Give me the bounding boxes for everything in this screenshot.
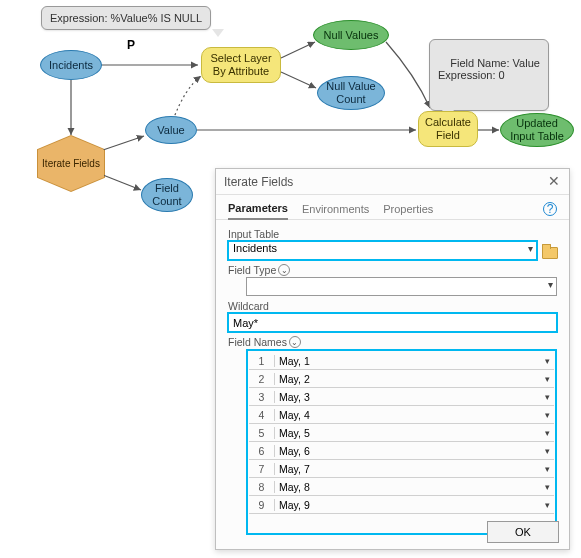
node-label: Iterate Fields bbox=[42, 158, 100, 169]
row-index: 8 bbox=[249, 481, 275, 493]
row-value[interactable]: May, 4 bbox=[275, 409, 554, 421]
row-value[interactable]: May, 2 bbox=[275, 373, 554, 385]
wildcard-label: Wildcard bbox=[228, 300, 557, 312]
parameter-p-label: P bbox=[127, 38, 135, 52]
node-incidents[interactable]: Incidents bbox=[40, 50, 102, 80]
iterate-fields-dialog: Iterate Fields ✕ Parameters Environments… bbox=[215, 168, 570, 550]
svg-line-4 bbox=[281, 42, 315, 58]
input-table-combo[interactable]: Incidents bbox=[228, 241, 537, 260]
node-updated-input-table[interactable]: Updated Input Table bbox=[500, 113, 574, 147]
expression-callout: Expression: %Value% IS NULL bbox=[41, 6, 211, 30]
field-type-label-text: Field Type bbox=[228, 264, 276, 276]
dialog-body: Input Table Incidents Field Type ⌄ bbox=[216, 220, 569, 543]
callout-tail bbox=[212, 29, 224, 37]
node-label: Field Count bbox=[152, 182, 181, 207]
row-value[interactable]: May, 1 bbox=[275, 355, 554, 367]
table-row[interactable]: 2May, 2 bbox=[249, 370, 554, 388]
node-label: Calculate Field bbox=[425, 116, 471, 141]
dialog-title-text: Iterate Fields bbox=[224, 175, 293, 189]
browse-folder-icon[interactable] bbox=[541, 243, 557, 259]
chevron-down-icon[interactable]: ⌄ bbox=[278, 264, 290, 276]
node-label: Updated Input Table bbox=[510, 117, 564, 142]
table-row[interactable]: 5May, 5 bbox=[249, 424, 554, 442]
table-row[interactable]: 8May, 8 bbox=[249, 478, 554, 496]
row-value[interactable]: May, 5 bbox=[275, 427, 554, 439]
node-iterate-fields[interactable]: Iterate Fields bbox=[38, 136, 104, 191]
svg-line-2 bbox=[103, 136, 144, 150]
node-label: Select Layer By Attribute bbox=[210, 52, 271, 77]
dialog-tabs: Parameters Environments Properties ? bbox=[216, 195, 569, 220]
table-row[interactable]: 4May, 4 bbox=[249, 406, 554, 424]
table-row[interactable]: 9May, 9 bbox=[249, 496, 554, 514]
row-index: 3 bbox=[249, 391, 275, 403]
row-index: 7 bbox=[249, 463, 275, 475]
row-value[interactable]: May, 8 bbox=[275, 481, 554, 493]
node-label: Value bbox=[157, 124, 184, 137]
table-row[interactable]: 3May, 3 bbox=[249, 388, 554, 406]
node-label: Incidents bbox=[49, 59, 93, 72]
row-value[interactable]: May, 7 bbox=[275, 463, 554, 475]
row-index: 6 bbox=[249, 445, 275, 457]
input-table-value: Incidents bbox=[233, 242, 277, 254]
node-field-count[interactable]: Field Count bbox=[141, 178, 193, 212]
help-icon[interactable]: ? bbox=[543, 202, 557, 216]
svg-line-3 bbox=[103, 175, 141, 190]
ok-button[interactable]: OK bbox=[487, 521, 559, 543]
svg-line-5 bbox=[281, 72, 316, 88]
close-icon[interactable]: ✕ bbox=[545, 172, 563, 190]
row-value[interactable]: May, 3 bbox=[275, 391, 554, 403]
row-index: 5 bbox=[249, 427, 275, 439]
expression-callout-text: Expression: %Value% IS NULL bbox=[50, 12, 202, 24]
node-label: Null Value Count bbox=[326, 80, 375, 105]
tab-properties[interactable]: Properties bbox=[383, 199, 433, 219]
row-index: 2 bbox=[249, 373, 275, 385]
table-row[interactable]: 6May, 6 bbox=[249, 442, 554, 460]
fieldname-callout-text: Field Name: Value Expression: 0 bbox=[438, 57, 540, 81]
node-select-layer[interactable]: Select Layer By Attribute bbox=[201, 47, 281, 83]
row-index: 1 bbox=[249, 355, 275, 367]
fieldname-callout: Field Name: Value Expression: 0 bbox=[429, 39, 549, 111]
node-calculate-field[interactable]: Calculate Field bbox=[418, 111, 478, 147]
row-index: 4 bbox=[249, 409, 275, 421]
tab-parameters[interactable]: Parameters bbox=[228, 198, 288, 220]
table-row[interactable]: 1May, 1 bbox=[249, 352, 554, 370]
dialog-title-bar: Iterate Fields ✕ bbox=[216, 169, 569, 195]
field-names-label: Field Names ⌄ bbox=[228, 336, 557, 348]
table-row[interactable]: 7May, 7 bbox=[249, 460, 554, 478]
chevron-down-icon[interactable]: ⌄ bbox=[289, 336, 301, 348]
tab-environments[interactable]: Environments bbox=[302, 199, 369, 219]
node-null-values[interactable]: Null Values bbox=[313, 20, 389, 50]
wildcard-input[interactable] bbox=[228, 313, 557, 332]
node-value[interactable]: Value bbox=[145, 116, 197, 144]
node-null-value-count[interactable]: Null Value Count bbox=[317, 76, 385, 110]
node-label: Null Values bbox=[324, 29, 379, 42]
row-value[interactable]: May, 6 bbox=[275, 445, 554, 457]
field-type-label: Field Type ⌄ bbox=[228, 264, 557, 276]
row-value[interactable]: May, 9 bbox=[275, 499, 554, 511]
row-index: 9 bbox=[249, 499, 275, 511]
field-names-label-text: Field Names bbox=[228, 336, 287, 348]
input-table-label: Input Table bbox=[228, 228, 557, 240]
field-names-grid: 1May, 1 2May, 2 3May, 3 4May, 4 5May, 5 … bbox=[246, 349, 557, 535]
field-type-combo[interactable] bbox=[246, 277, 557, 296]
